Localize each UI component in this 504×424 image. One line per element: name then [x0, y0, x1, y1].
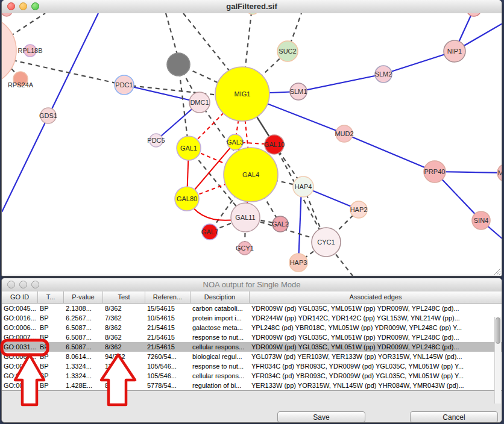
node-gal2[interactable]: GAL2	[272, 216, 289, 232]
node-mud2[interactable]: MUD2	[335, 125, 353, 142]
node-clip-topleft[interactable]	[2, 13, 12, 16]
network-edge	[124, 85, 200, 102]
table-row[interactable]: GO:0050...BP1.428E...80/3625778/54...reg…	[2, 381, 502, 390]
network-canvas[interactable]: RPL18BRPS24AGDS1PDC1MIG1SUC2SLM1SLM2NIP1…	[2, 13, 502, 276]
table-cell: 10/54615	[145, 313, 191, 323]
table-cell: YDR009W (pd) YGL035C, YML051W (pp) YDR00…	[250, 332, 502, 342]
node-green-clip[interactable]	[247, 13, 259, 14]
network-edge	[178, 64, 189, 148]
table-row[interactable]: GO:0031...BP1.3324...11/362105/546...cel…	[2, 371, 502, 381]
minimize-button[interactable]	[19, 2, 27, 10]
table-cell: GO:0045...	[2, 304, 38, 313]
zoom-button[interactable]	[31, 281, 39, 288]
resize-grip-icon[interactable]	[493, 267, 501, 275]
table-row[interactable]: GO:0031...BP6.5087...8/36221/54615cellul…	[2, 342, 502, 352]
node-gal80[interactable]: GAL80	[175, 187, 199, 211]
network-edge	[344, 134, 435, 172]
node-hap2[interactable]: HAP2	[350, 201, 368, 218]
table-cell: cellular respons...	[191, 342, 250, 352]
save-button[interactable]: Save	[277, 411, 365, 423]
node-gal4[interactable]: GAL4	[224, 148, 278, 202]
node-gcy1[interactable]: GCY1	[236, 242, 254, 255]
node-label: GAL1	[180, 145, 197, 152]
minimize-button[interactable]	[19, 281, 27, 288]
table-row[interactable]: GO:0031...BP1.3324...11/362105/546...res…	[2, 361, 502, 371]
node-gal10[interactable]: GAL10	[264, 135, 285, 154]
node-label: GDS1	[39, 112, 57, 119]
table-cell: BP	[38, 313, 64, 323]
node-nip1[interactable]: NIP1	[444, 40, 465, 62]
node-label: GAL2	[272, 220, 289, 228]
node-rpl18b[interactable]: RPL18B	[18, 45, 43, 57]
node-slm1[interactable]: SLM1	[290, 83, 307, 100]
node-suc2[interactable]: SUC2	[277, 41, 298, 61]
node-cyc1[interactable]: CYC1	[312, 228, 341, 257]
table-scrollbar-thumb[interactable]	[496, 317, 500, 344]
close-button[interactable]	[7, 281, 15, 288]
column-header-p-value[interactable]: P-value	[64, 292, 103, 303]
table-cell: 7/362	[103, 313, 145, 323]
table-cell: carbon cataboli...	[191, 304, 250, 313]
node-gal1[interactable]: GAL1	[177, 136, 201, 160]
column-header-go-id[interactable]: GO ID	[2, 292, 38, 303]
node-gds1[interactable]: GDS1	[39, 108, 57, 123]
column-header-desciption[interactable]: Desciption	[191, 292, 250, 303]
window-title: galFiltered.sif	[226, 2, 277, 11]
zoom-button[interactable]	[31, 2, 39, 10]
table-cell: response to nut...	[191, 332, 250, 342]
table-row[interactable]: GO:0016...BP6.2567...7/36210/54615protei…	[2, 313, 502, 323]
node-pdc1[interactable]: PDC1	[115, 75, 134, 95]
node-hap3[interactable]: HAP3	[289, 254, 307, 272]
network-edge	[298, 74, 383, 92]
cancel-button[interactable]: Cancel	[410, 411, 498, 423]
table-cell: BP	[38, 361, 64, 371]
node-gal11[interactable]: GAL11	[231, 203, 260, 232]
table-cell: YDR009W (pd) YGL035C, YML051W (pp) YDR00…	[250, 304, 502, 313]
table-cell: 7260/54...	[145, 352, 191, 361]
node-rps24a[interactable]: RPS24A	[8, 72, 34, 89]
table-cell: GO:0031...	[2, 371, 38, 381]
table-cell: 11/362	[103, 361, 145, 371]
node-label: MSL1	[498, 169, 502, 176]
node-label: GAL3	[227, 139, 244, 146]
table-cell: 105/546...	[145, 361, 191, 371]
node-label: PDC1	[115, 81, 133, 89]
node-label: MIG1	[235, 90, 251, 98]
node-sin4[interactable]: SIN4	[472, 211, 490, 229]
network-edge	[298, 188, 301, 263]
network-window-titlebar[interactable]: galFiltered.sif	[2, 0, 502, 14]
noa-window-titlebar[interactable]: NOA output for Single Mode	[2, 278, 502, 292]
table-cell: YDR009W (pd) YGL035C, YML051W (pp) YDR00…	[250, 342, 502, 352]
node-pink-clip-tr[interactable]	[467, 13, 481, 16]
network-window: galFiltered.sif RPL18BRPS24AGDS1PDC1MIG1…	[1, 0, 502, 276]
node-label: HAP3	[290, 259, 307, 266]
table-scrollbar[interactable]	[494, 317, 501, 404]
table-cell: BP	[38, 352, 64, 361]
table-cell: GO:0065...	[2, 352, 38, 361]
node-hap4[interactable]: HAP4	[293, 176, 313, 197]
node-gal7[interactable]: GAL7	[201, 224, 218, 240]
table-row[interactable]: GO:0045...BP2.1308...8/36215/54615carbon…	[2, 304, 502, 313]
node-msl1[interactable]: MSL1	[497, 164, 502, 182]
column-header-associated-edges[interactable]: Associated edges	[250, 292, 502, 303]
node-label: CYC1	[317, 238, 335, 246]
close-button[interactable]	[7, 2, 15, 10]
node-prp40[interactable]: PRP40	[424, 161, 446, 182]
column-header-referen[interactable]: Referen...	[145, 292, 191, 303]
node-gray-node[interactable]	[167, 53, 190, 76]
node-label: SLM2	[375, 70, 392, 78]
table-cell: 21/54615	[145, 323, 191, 332]
column-header-test[interactable]: Test	[103, 292, 145, 303]
column-header-t[interactable]: T...	[38, 292, 64, 303]
table-cell: BP	[38, 304, 64, 313]
table-cell: galactose meta...	[191, 323, 250, 332]
table-row[interactable]: GO:0006...BP6.5087...8/36221/54615galact…	[2, 323, 502, 332]
node-mig1[interactable]: MIG1	[215, 67, 269, 121]
table-row[interactable]: GO:0007...BP6.5087...8/36221/54615respon…	[2, 332, 502, 342]
table-row[interactable]: GO:0065...BP8.0614...94/3627260/54...bio…	[2, 352, 502, 361]
node-label: HAP2	[350, 206, 368, 213]
node-slm2[interactable]: SLM2	[375, 66, 392, 83]
node-gal3[interactable]: GAL3	[227, 134, 244, 150]
node-dmc1[interactable]: DMC1	[189, 92, 210, 113]
node-label: PDC5	[147, 137, 165, 144]
